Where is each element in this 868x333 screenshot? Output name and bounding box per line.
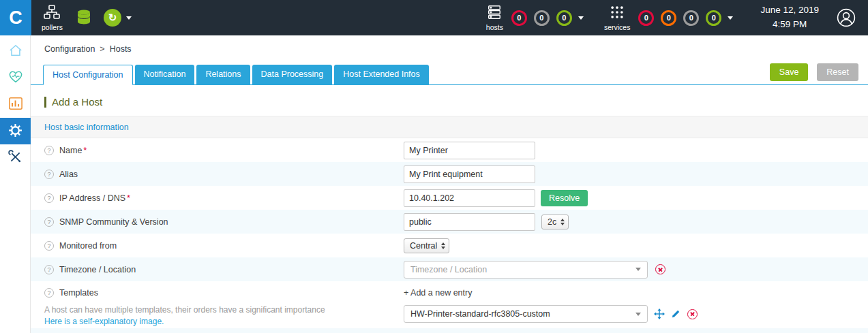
name-label: Name (59, 145, 87, 155)
help-icon[interactable] (44, 170, 54, 179)
host-form: Name Alias IP Addres (31, 138, 868, 333)
edit-template-icon[interactable] (671, 309, 680, 319)
services-ok-badge[interactable]: 0 (706, 10, 721, 26)
services-warning-badge[interactable]: 0 (661, 10, 676, 26)
hosts-status-menu[interactable]: hosts 0 0 0 (486, 5, 584, 31)
tools-icon (8, 150, 23, 166)
page-title-text: Add a Host (52, 96, 102, 108)
current-date: June 12, 2019 (760, 3, 819, 18)
hosts-unreachable-badge[interactable]: 0 (534, 10, 550, 26)
pollers-menu[interactable]: pollers (42, 5, 63, 31)
breadcrumb: Configuration > Hosts (44, 44, 868, 54)
services-icon (609, 5, 625, 22)
templates-help-link[interactable]: Here is a self-explanatory image. (44, 316, 404, 328)
ip-label: IP Address / DNS (59, 193, 130, 203)
user-avatar-icon[interactable] (837, 8, 856, 27)
form-row-templates: Templates A host can have multiple templ… (31, 281, 868, 328)
templates-help-text: A host can have multiple templates, thei… (44, 304, 404, 316)
heart-pulse-icon (8, 70, 23, 86)
delete-template-icon[interactable] (687, 309, 698, 319)
help-icon[interactable] (44, 193, 54, 203)
alias-label: Alias (59, 170, 78, 179)
services-unknown-badge[interactable]: 0 (683, 10, 699, 26)
snmp-version-value: 2c (548, 217, 556, 227)
timezone-placeholder: Timezone / Location (410, 265, 487, 274)
current-time: 4:59 PM (760, 18, 819, 32)
sidebar-item-configuration[interactable] (0, 118, 31, 144)
template-select[interactable]: HW-Printer-standard-rfc3805-custom (404, 305, 648, 323)
form-row-create-services: Create Services linked to the Template t… (31, 328, 868, 333)
save-button[interactable]: Save (770, 63, 809, 81)
services-critical-badge[interactable]: 0 (638, 10, 654, 26)
form-row-name: Name (31, 138, 868, 162)
form-row-alias: Alias (31, 162, 868, 186)
services-label: services (604, 23, 631, 31)
breadcrumb-section[interactable]: Configuration (44, 44, 95, 54)
tab-notification[interactable]: Notification (135, 65, 195, 84)
pollers-icon (44, 5, 60, 22)
chevron-down-icon (578, 16, 584, 20)
breadcrumb-separator: > (100, 44, 104, 54)
tab-relations[interactable]: Relations (196, 65, 250, 84)
resolve-button[interactable]: Resolve (541, 190, 588, 206)
help-icon[interactable] (44, 146, 54, 155)
services-status-menu[interactable]: services 0 0 0 0 (604, 5, 734, 31)
tab-data-processing[interactable]: Data Processing (252, 65, 333, 84)
bar-chart-icon (8, 97, 23, 112)
templates-label: Templates (59, 288, 98, 298)
sidebar-item-monitoring[interactable] (0, 65, 31, 91)
platform-status-menu[interactable] (104, 9, 132, 27)
clear-timezone-icon[interactable] (655, 264, 665, 274)
top-bar: C pollers ho (0, 0, 868, 35)
help-icon[interactable] (44, 288, 54, 298)
help-icon[interactable] (44, 217, 54, 227)
hosts-icon (486, 5, 503, 22)
select-stepper-icon (441, 242, 445, 249)
sidebar-item-reporting[interactable] (0, 91, 31, 118)
database-icon[interactable] (76, 10, 91, 26)
help-icon[interactable] (44, 241, 54, 251)
snmp-community-input[interactable] (404, 213, 535, 231)
add-template-entry[interactable]: + Add a new entry (404, 286, 858, 300)
template-value: HW-Printer-standard-rfc3805-custom (410, 309, 550, 319)
hosts-down-badge[interactable]: 0 (511, 10, 527, 26)
gear-icon (8, 123, 23, 140)
page-title: Add a Host (31, 85, 868, 116)
timezone-select[interactable]: Timezone / Location (404, 261, 648, 279)
chevron-down-icon (635, 268, 641, 271)
ip-input[interactable] (404, 189, 535, 207)
form-row-snmp: SNMP Community & Version 2c (31, 210, 868, 234)
snmp-label: SNMP Community & Version (59, 217, 168, 227)
help-icon[interactable] (44, 265, 54, 274)
form-row-ip: IP Address / DNS Resolve (31, 186, 868, 210)
tab-bar: Host Configuration Notification Relation… (31, 63, 868, 85)
chevron-down-icon (126, 16, 132, 20)
sidebar-item-home[interactable] (0, 38, 31, 65)
chevron-down-icon (728, 16, 733, 20)
monitored-from-label: Monitored from (59, 241, 117, 251)
home-icon (8, 44, 23, 59)
tab-host-configuration[interactable]: Host Configuration (43, 65, 133, 85)
clock: June 12, 2019 4:59 PM (760, 3, 819, 32)
timezone-label: Timezone / Location (59, 265, 136, 274)
form-row-timezone: Timezone / Location Timezone / Location (31, 257, 868, 281)
reset-button[interactable]: Reset (817, 63, 858, 81)
sidebar-item-administration[interactable] (0, 144, 31, 171)
snmp-version-select[interactable]: 2c (541, 215, 569, 229)
section-header: Host basic information (31, 116, 868, 138)
title-accent-bar (44, 97, 46, 108)
sidebar (0, 35, 31, 333)
move-template-icon[interactable] (654, 308, 665, 319)
hosts-label: hosts (486, 23, 503, 31)
select-stepper-icon (560, 219, 565, 225)
breadcrumb-page[interactable]: Hosts (110, 44, 132, 54)
form-row-monitored-from: Monitored from Central (31, 234, 868, 257)
sync-ok-icon (104, 9, 121, 27)
centreon-logo[interactable]: C (0, 0, 31, 35)
alias-input[interactable] (404, 165, 535, 183)
pollers-label: pollers (42, 23, 63, 31)
monitored-from-select[interactable]: Central (404, 238, 449, 253)
tab-host-extended-infos[interactable]: Host Extended Infos (334, 65, 429, 84)
hosts-up-badge[interactable]: 0 (556, 10, 572, 26)
name-input[interactable] (404, 142, 535, 159)
